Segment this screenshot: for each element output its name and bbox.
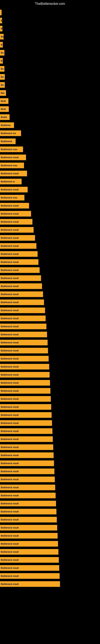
- bar-label: Bottleneck result: [1, 212, 19, 215]
- bar-label: Bottleneck result: [1, 526, 19, 529]
- bar-row: Bottleneck result: [0, 242, 100, 250]
- bar-label: Bottleneck result: [1, 261, 19, 263]
- bar-row: Bottleneck result: [0, 468, 100, 475]
- bar-row: Bottleneck resu: [0, 162, 100, 169]
- bar-label: Bottleneck result: [1, 253, 19, 255]
- bar: Bottleneck result: [0, 348, 48, 354]
- bar-row: Bottleneck result: [0, 500, 100, 507]
- bar-label: Bottleneck result: [1, 188, 19, 191]
- bar: Bo: [0, 50, 4, 56]
- bar-label: Bottleneck result: [1, 583, 19, 585]
- bar: Bottleneck result: [0, 364, 49, 370]
- bar-label: Bottleneck result: [1, 422, 19, 424]
- bar-label: Bottleneck result: [1, 204, 19, 207]
- bar: Bottleneck result: [0, 227, 34, 233]
- bar-row: Bottle: [0, 113, 100, 121]
- bar-label: Bottleneck result: [1, 341, 19, 344]
- bar-row: B: [0, 17, 100, 24]
- bar: B: [0, 18, 2, 23]
- bar-row: Bottleneck result: [0, 508, 100, 516]
- bar-row: Bottleneck result: [0, 218, 100, 226]
- bar-label: Bottleneck result: [1, 446, 19, 448]
- bar: Bot: [0, 90, 6, 96]
- bar-label: Bottleneck resu: [1, 164, 17, 167]
- bar: Bottleneck re: [0, 179, 22, 184]
- bar-row: Bottleneck result: [0, 226, 100, 234]
- bar-row: Bot: [0, 89, 100, 97]
- site-title: TheBottlenecker.com: [0, 0, 100, 7]
- bar-row: Bottlenec: [0, 121, 100, 129]
- bar-row: Bo: [0, 73, 100, 81]
- bar-label: Bottleneck resu: [1, 148, 17, 150]
- bar-label: Bottleneck result: [1, 462, 19, 464]
- bar-row: Bottleneck result: [0, 435, 100, 443]
- bar-label: Bo: [1, 84, 4, 86]
- bar-row: Bottleneck result: [0, 443, 100, 451]
- bar-label: B: [1, 19, 2, 22]
- bar: Bottleneck result: [0, 565, 59, 571]
- bar-row: Bo: [0, 81, 100, 89]
- bar-label: Bottleneck resu: [1, 196, 17, 199]
- bar-row: Bottleneck result: [0, 572, 100, 580]
- bar: Bottleneck result: [0, 509, 56, 514]
- bar-row: Bottleneck result: [0, 363, 100, 370]
- bar-row: Bottleneck result: [0, 379, 100, 386]
- bar-label: Bottleneck result: [1, 502, 19, 505]
- bar-label: Bottleneck result: [1, 285, 19, 288]
- bar-label: Bottlenec: [1, 124, 11, 126]
- bar-label: Bottleneck result: [1, 349, 19, 352]
- bar-label: Bottleneck result: [1, 542, 19, 545]
- bar: Bottleneck: [0, 138, 16, 144]
- bar-label: Bottleneck result: [1, 228, 19, 231]
- bar: Bottleneck result: [0, 300, 44, 305]
- bar: B: [0, 58, 3, 64]
- bar: Bottleneck result: [0, 283, 42, 289]
- bar: Bottleneck result: [0, 412, 51, 418]
- bar: Bottleneck result: [0, 203, 29, 208]
- bar-row: Bottleneck resu: [0, 194, 100, 202]
- bar-label: Bottleneck result: [1, 518, 19, 521]
- bar-label: Bottleneck result: [1, 559, 19, 561]
- bar: Bottleneck result: [0, 541, 58, 546]
- bar: Bottleneck result: [0, 187, 28, 192]
- bar: Bottleneck result: [0, 219, 32, 224]
- bar: Bottleneck result: [0, 525, 57, 530]
- bar-label: B: [1, 44, 2, 46]
- bar-label: Bo: [1, 76, 4, 78]
- bar-row: B: [0, 41, 100, 48]
- bar: Bottleneck result: [0, 573, 60, 579]
- bar-label: Bottleneck result: [1, 406, 19, 408]
- bar-row: Bottleneck result: [0, 266, 100, 274]
- bar-label: Bottleneck result: [1, 333, 19, 336]
- bar-label: Bottleneck result: [1, 325, 19, 328]
- bar-row: Bottleneck resu: [0, 146, 100, 153]
- bar-row: Bo: [0, 49, 100, 56]
- bar-label: Bottleneck result: [1, 382, 19, 384]
- bar-label: Bottleneck result: [1, 269, 19, 271]
- bar: Bottleneck resu: [0, 195, 24, 200]
- bar: Bottleneck result: [0, 308, 45, 313]
- bar-row: Bottleneck result: [0, 355, 100, 362]
- bar-row: Bottleneck result: [0, 210, 100, 218]
- bar: Bottleneck result: [0, 476, 55, 482]
- bar: Bottleneck result: [0, 501, 56, 506]
- bar-label: Bottleneck result: [1, 220, 19, 223]
- bar: Bottlenec: [0, 122, 14, 128]
- bar: Bottleneck result: [0, 404, 51, 410]
- bar-label: Bo: [1, 36, 3, 38]
- bar-row: Bottleneck result: [0, 298, 100, 306]
- bar-row: Bottleneck result: [0, 371, 100, 378]
- bar: Bottleneck result: [0, 549, 58, 555]
- bar-row: Bo: [0, 33, 100, 40]
- bar: Bottleneck result: [0, 211, 31, 216]
- bar-row: Bottleneck re: [0, 178, 100, 185]
- bar-label: Bottleneck result: [1, 245, 19, 247]
- bar-row: Bottleneck result: [0, 250, 100, 258]
- bar: Bottleneck result: [0, 517, 57, 522]
- bar-row: Bottleneck result: [0, 395, 100, 403]
- bar-row: Bottleneck: [0, 138, 100, 145]
- bar-label: Bo: [1, 52, 4, 54]
- bar-row: Bottleneck result: [0, 492, 100, 499]
- bar-label: Bottleneck result: [1, 534, 19, 537]
- bar-label: Bottleneck result: [1, 390, 19, 392]
